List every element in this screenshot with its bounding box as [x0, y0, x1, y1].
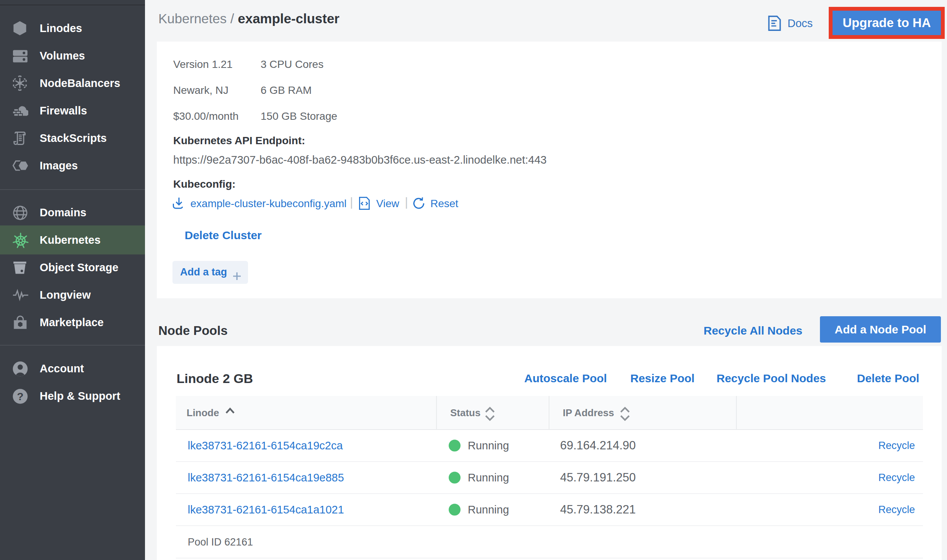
svg-text:?: ?: [17, 391, 23, 402]
